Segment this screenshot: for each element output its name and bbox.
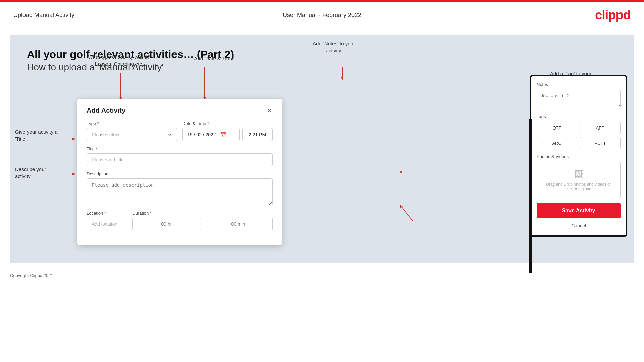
description-label: Description <box>87 171 273 176</box>
svg-marker-15 <box>341 77 344 80</box>
description-group: Description <box>87 171 273 205</box>
svg-line-18 <box>401 206 413 221</box>
notes-label: Notes <box>537 82 621 87</box>
notes-input[interactable] <box>537 90 621 108</box>
type-select[interactable]: Please select <box>87 128 177 141</box>
location-duration-row: Location * Duration * <box>87 211 273 230</box>
type-group: Type * Please select <box>87 121 177 141</box>
annotation-title: Give your activity a'Title'. <box>15 128 65 142</box>
location-input[interactable] <box>87 218 127 230</box>
calendar-icon: 📅 <box>220 132 226 137</box>
header-divider <box>13 28 631 28</box>
modal-header: Add Activity ✕ <box>87 107 273 114</box>
time-input[interactable]: 2:21 PM <box>242 128 273 141</box>
svg-marker-19 <box>400 205 403 208</box>
logo: clippd <box>595 8 631 22</box>
tag-putt[interactable]: PUTT <box>580 137 621 149</box>
save-activity-button[interactable]: Save Activity <box>537 203 621 218</box>
duration-min-input[interactable] <box>204 218 273 230</box>
title-label: Title * <box>87 146 273 151</box>
type-label: Type * <box>87 121 177 126</box>
location-group: Location * <box>87 211 127 230</box>
tag-app[interactable]: APP <box>580 122 621 134</box>
duration-hr-input[interactable] <box>132 218 201 230</box>
modal-title: Add Activity <box>87 107 126 114</box>
upload-area[interactable]: 🖼 Drag and Drop photos and videos orclic… <box>537 162 621 198</box>
duration-label: Duration * <box>132 211 273 216</box>
description-input[interactable] <box>87 178 273 205</box>
duration-inputs <box>132 218 273 230</box>
tags-label: Tags <box>537 114 621 119</box>
date-input[interactable]: 15 / 02 / 2022 📅 <box>182 128 240 141</box>
svg-marker-17 <box>400 171 402 174</box>
type-datetime-row: Type * Please select Date & Time * 15 / … <box>87 121 273 141</box>
duration-group: Duration * <box>132 211 273 230</box>
copyright: Copyright Clippd 2021 <box>10 273 53 278</box>
svg-marker-7 <box>72 173 76 175</box>
header-manual: User Manual - February 2022 <box>283 12 361 19</box>
title-group: Title * <box>87 146 273 166</box>
annotation-date-time: Add 'Date & Time'. <box>181 55 248 62</box>
location-label: Location * <box>87 211 127 216</box>
datetime-label: Date & Time * <box>182 121 273 126</box>
cancel-button[interactable]: Cancel <box>537 222 621 230</box>
annotation-describe: Describe youractivity. <box>15 166 62 180</box>
header: Upload Manual Activity User Manual - Feb… <box>0 2 644 22</box>
tag-ott[interactable]: OTT <box>537 122 577 134</box>
phone-inner: Notes Tags OTT APP ARG PUTT Photos & Vid… <box>531 76 626 235</box>
datetime-group: Date & Time * 15 / 02 / 2022 📅 2:21 PM <box>182 121 273 141</box>
phone-screen: Notes Tags OTT APP ARG PUTT Photos & Vid… <box>530 75 627 237</box>
upload-text: Drag and Drop photos and videos orclick … <box>540 182 617 191</box>
upload-icon: 🖼 <box>540 169 617 180</box>
title-input[interactable] <box>87 153 273 166</box>
tags-grid: OTT APP ARG PUTT <box>537 122 621 149</box>
annotation-activity-type: What type of activity was it? Lesson, Ch… <box>82 53 156 67</box>
date-value: 15 / 02 / 2022 <box>187 132 216 137</box>
main-content: All your golf-relevant activities… (Part… <box>10 35 634 263</box>
modal-close-button[interactable]: ✕ <box>267 107 273 114</box>
photos-label: Photos & Videos <box>537 154 621 159</box>
add-activity-modal: Add Activity ✕ Type * Please select Date… <box>77 99 282 245</box>
annotation-notes: Add 'Notes' to youractivity. <box>295 40 373 54</box>
tag-arg[interactable]: ARG <box>537 137 577 149</box>
header-title: Upload Manual Activity <box>13 12 75 19</box>
svg-marker-5 <box>72 138 76 140</box>
footer: Copyright Clippd 2021 <box>0 270 644 281</box>
phone-panel: Notes Tags OTT APP ARG PUTT Photos & Vid… <box>527 75 631 237</box>
